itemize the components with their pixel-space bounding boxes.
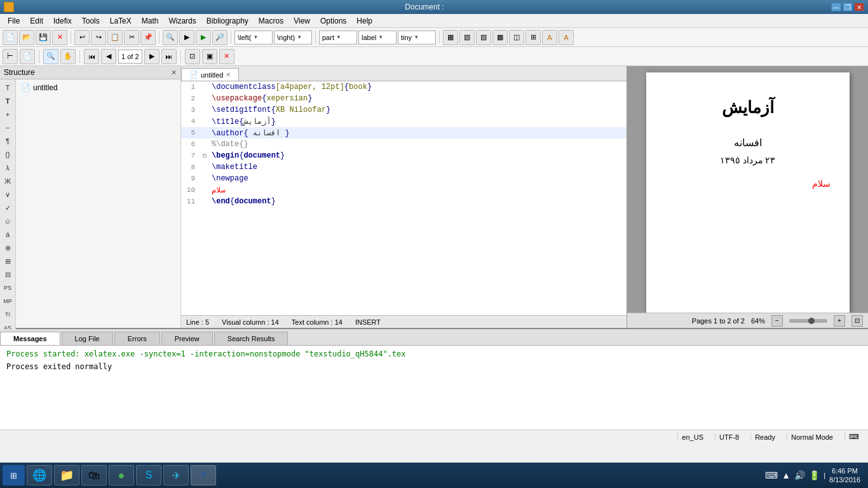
sym-ps-btn[interactable]: PS: [1, 282, 14, 294]
table5-button[interactable]: ◫: [509, 30, 524, 45]
minimize-button[interactable]: —: [831, 3, 841, 11]
menu-help[interactable]: Help: [351, 15, 377, 27]
sym-cyrillic-btn[interactable]: Ж: [1, 175, 14, 187]
sym-special-btn[interactable]: ⊗: [1, 242, 14, 254]
preview-content[interactable]: آزمایش افسانه ٢٣ مرداد ١٣٩٥ سلام: [627, 66, 868, 313]
taskbar-ie-button[interactable]: 🌐: [27, 465, 52, 485]
paste-button[interactable]: 📌: [140, 30, 156, 45]
keyboard-tray-icon: ⌨: [765, 470, 778, 480]
sym-plus-btn[interactable]: +: [1, 109, 14, 120]
page-next-button[interactable]: ▶: [144, 49, 159, 64]
bottom-tab-messages[interactable]: Messages: [0, 332, 60, 345]
table2-button[interactable]: ▧: [459, 30, 475, 45]
editor-mode: INSERT: [355, 318, 381, 326]
zoom-in-preview-button[interactable]: +: [834, 315, 845, 327]
new-button[interactable]: 📄: [3, 30, 18, 45]
fit-width-button[interactable]: ⊡: [185, 49, 200, 64]
editor-tab-untitled[interactable]: 📄 untitled ✕: [181, 68, 239, 81]
preview-panel: آزمایش افسانه ٢٣ مرداد ١٣٩٥ سلام Pages 1…: [627, 66, 868, 328]
fit-page-button[interactable]: ▣: [202, 49, 217, 64]
save-button[interactable]: 💾: [36, 30, 51, 45]
hand-tool-button[interactable]: ✋: [60, 49, 76, 64]
nav2-button[interactable]: ▶: [196, 30, 211, 45]
close-preview-button[interactable]: ✕: [219, 49, 234, 64]
page-prev-button[interactable]: ◀: [101, 49, 116, 64]
nav3-button[interactable]: 🔎: [212, 30, 227, 45]
bottom-tab-search-results[interactable]: Search Results: [214, 332, 288, 345]
taskbar-telegram-button[interactable]: ✈: [163, 465, 189, 485]
menu-bibliography[interactable]: Bibliography: [201, 15, 254, 27]
label-dropdown[interactable]: label ▼: [358, 30, 397, 44]
clock[interactable]: 6:46 PM 8/13/2016: [829, 466, 860, 485]
sym-checkmark-btn[interactable]: ✓: [1, 202, 14, 214]
menu-options[interactable]: Options: [315, 15, 351, 27]
redo-button[interactable]: ↪: [91, 30, 106, 45]
close-doc-button[interactable]: ✕: [52, 30, 67, 45]
menu-file[interactable]: File: [3, 15, 25, 27]
menu-edit[interactable]: Edit: [25, 15, 48, 27]
menu-tools[interactable]: Tools: [77, 15, 105, 27]
fit-preview-button[interactable]: ⊡: [851, 315, 863, 327]
page-end-button[interactable]: ⏭: [161, 49, 177, 64]
highlight1-button[interactable]: A: [542, 30, 557, 45]
left-delimiter-dropdown[interactable]: \left( ▼: [234, 30, 273, 44]
menu-wizards[interactable]: Wizards: [163, 15, 201, 27]
bottom-tab-errors[interactable]: Errors: [114, 332, 160, 345]
menu-math[interactable]: Math: [137, 15, 164, 27]
sym-text-btn[interactable]: T: [1, 82, 14, 93]
tree-item-untitled[interactable]: 📄 untitled: [18, 82, 178, 93]
sym-ti-btn[interactable]: TI: [1, 309, 14, 320]
sym-check-btn[interactable]: ∨: [1, 189, 14, 200]
sym-mp-btn[interactable]: MP: [1, 295, 14, 307]
table4-button[interactable]: ▩: [492, 30, 508, 45]
sym-lambda-btn[interactable]: λ: [1, 162, 14, 173]
editor-content[interactable]: 1 \documentclass[a4paper, 12pt]{book} 2 …: [181, 81, 627, 315]
zoom-in-button[interactable]: 🔍: [43, 49, 58, 64]
bottom-area: Messages Log File Errors Preview Search …: [0, 328, 868, 430]
cut-button[interactable]: ✂: [124, 30, 139, 45]
part-dropdown[interactable]: part ▼: [319, 30, 357, 44]
line-content-11: \end{document}: [209, 197, 627, 206]
find-button[interactable]: 🔍: [163, 30, 178, 45]
zoom-slider[interactable]: [789, 319, 827, 323]
structure-close-button[interactable]: ✕: [171, 69, 177, 77]
taskbar-chrome-button[interactable]: ●: [109, 465, 134, 485]
size-dropdown[interactable]: tiny ▼: [398, 30, 436, 44]
sym-accent-btn[interactable]: á: [1, 229, 14, 240]
sym-smiley-btn[interactable]: ☺: [1, 215, 14, 227]
table1-button[interactable]: ▦: [443, 30, 458, 45]
sym-special2-btn[interactable]: ⊞: [1, 255, 14, 267]
right-delimiter-dropdown[interactable]: \right) ▼: [274, 30, 312, 44]
menu-idefix[interactable]: Idefix: [48, 15, 77, 27]
taskbar-texstudio-button[interactable]: T: [191, 465, 216, 485]
sym-para-btn[interactable]: ¶: [1, 135, 14, 147]
prev-first-button[interactable]: ⊢: [3, 49, 18, 64]
bottom-tab-logfile[interactable]: Log File: [62, 332, 113, 345]
restore-button[interactable]: ❐: [843, 3, 853, 11]
tab-close-button[interactable]: ✕: [226, 71, 231, 78]
taskbar-explorer-button[interactable]: 📁: [54, 465, 79, 485]
nav1-button[interactable]: ▶: [179, 30, 194, 45]
sym-bold-btn[interactable]: T: [1, 95, 14, 107]
bottom-tab-preview[interactable]: Preview: [161, 332, 213, 345]
sym-minus-btn[interactable]: −: [1, 122, 14, 133]
menu-macros[interactable]: Macros: [254, 15, 288, 27]
menu-view[interactable]: View: [288, 15, 315, 27]
tab-icon: 📄: [189, 71, 198, 79]
start-button[interactable]: ⊞: [3, 465, 25, 485]
table6-button[interactable]: ⊞: [526, 30, 541, 45]
taskbar-store-button[interactable]: 🛍: [81, 465, 107, 485]
open-button[interactable]: 📂: [19, 30, 34, 45]
pdf-view-button[interactable]: 📄: [20, 49, 35, 64]
page-start-button[interactable]: ⏮: [84, 49, 99, 64]
sym-special3-btn[interactable]: ⊟: [1, 269, 14, 280]
undo-button[interactable]: ↩: [74, 30, 90, 45]
zoom-out-preview-button[interactable]: −: [771, 315, 783, 327]
sym-braces-btn[interactable]: {}: [1, 149, 14, 160]
copy-button[interactable]: 📋: [107, 30, 123, 45]
menu-latex[interactable]: LaTeX: [105, 15, 137, 27]
highlight2-button[interactable]: A: [559, 30, 574, 45]
table3-button[interactable]: ▨: [476, 30, 491, 45]
close-button[interactable]: ✕: [854, 3, 864, 11]
taskbar-skype-button[interactable]: S: [136, 465, 161, 485]
